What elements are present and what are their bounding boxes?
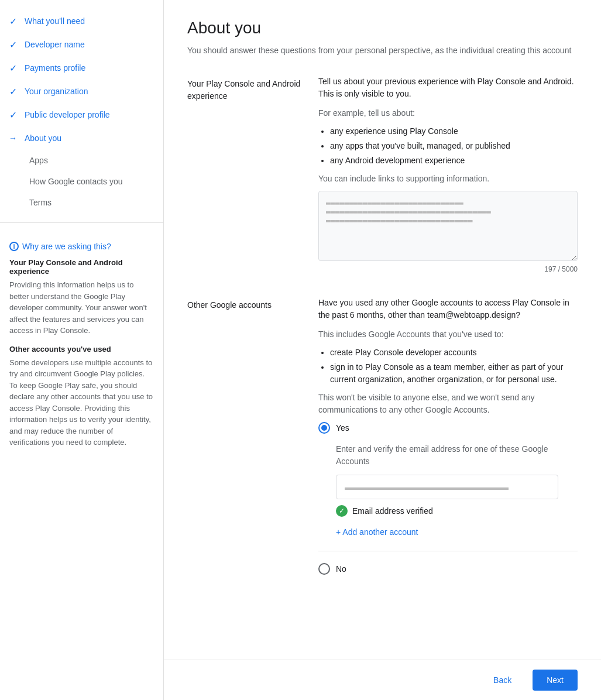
other-accounts-content: Have you used any other Google accounts … (318, 297, 578, 584)
yes-radio-label: Yes (336, 423, 349, 433)
checkmark-icon: ✓ (7, 109, 19, 121)
sidebar-item-label: What you'll need (25, 16, 85, 26)
sidebar-item-label: Payments profile (25, 63, 85, 73)
checkmark-icon: ✓ (7, 15, 19, 27)
verified-text: Email address verified (352, 506, 433, 516)
no-radio-label: No (336, 564, 346, 574)
why-asking-section1-title: Your Play Console and Android experience (9, 258, 154, 276)
email-instruction: Enter and verify the email address for o… (336, 443, 578, 468)
sidebar-item-terms[interactable]: Terms (0, 192, 163, 213)
info-icon: i (9, 242, 19, 251)
experience-label: Your Play Console and Android experience (187, 76, 304, 273)
other-accounts-label: Other Google accounts (187, 297, 304, 584)
sidebar-item-payments-profile[interactable]: ✓ Payments profile (0, 56, 163, 80)
experience-textarea[interactable]: ▬▬▬▬▬▬▬▬▬▬▬▬▬▬▬▬▬▬▬▬▬▬▬▬▬▬▬▬▬▬ ▬▬▬▬▬▬▬▬▬… (318, 191, 578, 261)
checkmark-icon: ✓ (7, 39, 19, 50)
experience-bullets: any experience using Play Console any ap… (318, 125, 578, 167)
sidebar-item-how-google-contacts-you[interactable]: How Google contacts you (0, 171, 163, 192)
why-asking-title[interactable]: i Why are we asking this? (9, 242, 154, 251)
other-accounts-includes-note: This includes Google Accounts that you'v… (318, 328, 578, 341)
sidebar-item-label: Terms (29, 198, 51, 207)
bullet-item: sign in to Play Console as a team member… (330, 361, 578, 386)
sidebar-item-about-you[interactable]: → About you (0, 126, 163, 150)
page-title: About you (187, 19, 578, 37)
sidebar-divider (0, 222, 163, 223)
yes-radio-option[interactable]: Yes (318, 422, 578, 434)
sidebar-item-developer-name[interactable]: ✓ Developer name (0, 33, 163, 56)
experience-description: Tell us about your previous experience w… (318, 76, 578, 100)
sidebar-item-label: Public developer profile (25, 110, 110, 119)
bullet-item: any apps that you've built, managed, or … (330, 140, 578, 152)
yes-radio-button[interactable] (318, 422, 330, 434)
other-accounts-description: Have you used any other Google accounts … (318, 297, 578, 321)
why-asking-section2-title: Other accounts you've used (9, 345, 154, 354)
experience-content: Tell us about your previous experience w… (318, 76, 578, 273)
page-subtitle: You should answer these questions from y… (187, 44, 578, 57)
verified-badge: ✓ Email address verified (336, 505, 578, 517)
bullet-item: any experience using Play Console (330, 125, 578, 138)
sidebar-item-label: How Google contacts you (29, 177, 123, 186)
bullet-item: create Play Console developer accounts (330, 346, 578, 359)
next-button[interactable]: Next (533, 670, 578, 691)
sidebar-item-label: Your organization (25, 87, 88, 96)
other-accounts-visibility-note: This won't be visible to anyone else, an… (318, 392, 578, 416)
verified-checkmark-icon: ✓ (336, 505, 348, 517)
other-accounts-bullets: create Play Console developer accounts s… (318, 346, 578, 386)
no-radio-option[interactable]: No (318, 563, 578, 575)
why-asking-section2-text: Some developers use multiple accounts to… (9, 357, 154, 448)
checkmark-icon: ✓ (7, 85, 19, 97)
back-button[interactable]: Back (479, 670, 526, 691)
other-accounts-form-row: Other Google accounts Have you used any … (187, 297, 578, 584)
add-account-label: + Add another account (336, 527, 418, 537)
experience-links-note: You can include links to supporting info… (318, 173, 578, 185)
sidebar-item-label: About you (25, 133, 61, 143)
checkmark-icon: ✓ (7, 62, 19, 74)
sidebar-item-what-youll-need[interactable]: ✓ What you'll need (0, 9, 163, 33)
sidebar: ✓ What you'll need ✓ Developer name ✓ Pa… (0, 0, 164, 700)
experience-form-row: Your Play Console and Android experience… (187, 76, 578, 273)
why-asking-label: Why are we asking this? (22, 242, 111, 251)
email-input[interactable] (336, 475, 558, 499)
add-another-account-button[interactable]: + Add another account (336, 525, 418, 539)
experience-for-example: For example, tell us about: (318, 107, 578, 119)
sidebar-item-apps[interactable]: Apps (0, 150, 163, 171)
why-asking-section1-text: Providing this information helps us to b… (9, 279, 154, 337)
arrow-right-icon: → (7, 132, 19, 144)
main-content: About you You should answer these questi… (164, 0, 601, 700)
no-radio-button[interactable] (318, 563, 330, 575)
textarea-counter: 197 / 5000 (318, 265, 578, 273)
sidebar-item-your-organization[interactable]: ✓ Your organization (0, 80, 163, 103)
sidebar-item-label: Apps (29, 156, 48, 165)
why-asking-section: i Why are we asking this? Your Play Cons… (0, 232, 163, 466)
section-divider (318, 551, 578, 551)
sidebar-item-public-developer-profile[interactable]: ✓ Public developer profile (0, 103, 163, 126)
email-section: Enter and verify the email address for o… (336, 443, 578, 539)
bullet-item: any Android development experience (330, 155, 578, 167)
sidebar-item-label: Developer name (25, 40, 85, 49)
footer-bar: Back Next (164, 660, 601, 700)
footer-spacer (187, 608, 578, 654)
